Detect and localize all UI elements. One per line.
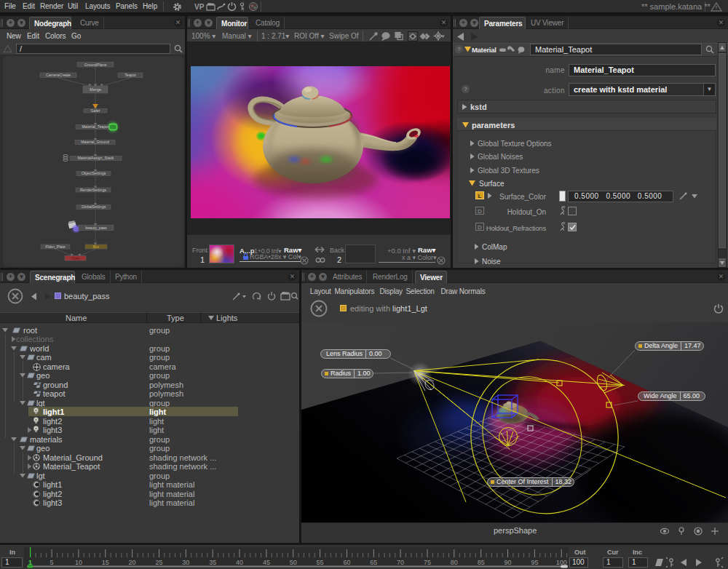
svg-text:Material_Ground: Material_Ground [81,140,109,144]
svg-text:35: 35 [209,559,216,566]
svg-text:MaterialAssign_Stack: MaterialAssign_Stack [78,156,114,160]
svg-text:50: 50 [290,559,297,566]
svg-text:95: 95 [531,559,538,566]
svg-text:10: 10 [75,559,82,566]
svg-text:GroundPlane: GroundPlane [84,63,107,67]
svg-text:beauty_pass: beauty_pass [85,226,107,230]
svg-text:RenderSettings: RenderSettings [80,188,106,192]
svg-text:CameraCreate: CameraCreate [46,73,71,77]
svg-text:100: 100 [556,559,567,566]
svg-text:75: 75 [424,559,431,566]
svg-text:70: 70 [397,559,404,566]
svg-text:30: 30 [182,559,189,566]
svg-text:85: 85 [478,559,485,566]
svg-text:60: 60 [343,559,350,566]
svg-text:1: 1 [28,559,32,566]
svg-text:5: 5 [50,559,54,566]
svg-text:45: 45 [263,559,270,566]
svg-text:Merge: Merge [90,87,101,92]
svg-text:ObjectSettings: ObjectSettings [82,171,106,175]
svg-text:Gafer: Gafer [91,108,100,113]
svg-text:40: 40 [236,559,243,566]
svg-text:GlobalSettings: GlobalSettings [82,204,106,209]
svg-text:Over: Over [71,256,80,260]
svg-text:80: 80 [451,559,458,566]
svg-text:Flskn_Plate: Flskn_Plate [45,244,65,249]
svg-text:25: 25 [155,559,162,566]
svg-text:65: 65 [370,559,377,566]
svg-text:15: 15 [102,559,109,566]
svg-text:Material_Teapot: Material_Teapot [82,124,109,129]
svg-text:20: 20 [129,559,136,566]
svg-text:Blur: Blur [92,244,99,249]
svg-text:55: 55 [317,559,324,566]
svg-text:Teapot: Teapot [124,73,136,77]
svg-text:90: 90 [504,559,511,566]
